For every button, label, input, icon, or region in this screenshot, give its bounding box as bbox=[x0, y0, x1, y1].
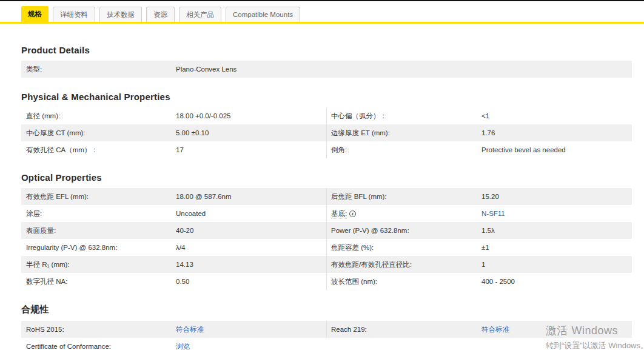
spec-row: Certificate of Conformance:浏览 bbox=[21, 338, 632, 350]
spec-cell-pair: 涂层:Uncoated bbox=[21, 205, 326, 222]
spec-row: RoHS 2015:符合标准Reach 219:符合标准 bbox=[21, 321, 632, 338]
spec-row: 中心厚度 CT (mm):5.00 ±0.10边缘厚度 ET (mm):1.76 bbox=[21, 124, 632, 141]
top-border-line bbox=[0, 0, 644, 1]
spec-row: 半径 R₁ (mm):14.13有效焦距/有效孔径直径比:1 bbox=[21, 256, 632, 273]
spec-label: 基底:i bbox=[327, 209, 481, 218]
spec-label: 边缘厚度 ET (mm): bbox=[327, 129, 481, 138]
spec-cell-pair: 边缘厚度 ET (mm):1.76 bbox=[326, 124, 632, 141]
spec-row: 有效焦距 EFL (mm):18.00 @ 587.6nm后焦距 BFL (mm… bbox=[21, 188, 632, 205]
spec-label-text: 有效焦距/有效孔径直径比: bbox=[331, 261, 412, 268]
spec-label: RoHS 2015: bbox=[21, 326, 176, 333]
spec-label-text: 涂层: bbox=[26, 210, 42, 217]
spec-label: 半径 R₁ (mm): bbox=[21, 260, 176, 269]
spec-cell-pair: 表面质量:40-20 bbox=[21, 222, 326, 239]
spec-content: Product Details类型:Plano-Convex LensPhysi… bbox=[21, 45, 632, 350]
tab-technical-data[interactable]: 技术数据 bbox=[99, 7, 142, 22]
spec-label-text: 焦距容差 (%): bbox=[331, 244, 374, 251]
spec-label: 类型: bbox=[21, 65, 176, 74]
spec-label: 焦距容差 (%): bbox=[327, 243, 481, 252]
spec-value: 1 bbox=[481, 261, 632, 268]
spec-value: 5.00 ±0.10 bbox=[176, 129, 326, 136]
spec-cell-pair: 类型:Plano-Convex Lens bbox=[21, 61, 326, 78]
spec-label-text: 倒角: bbox=[331, 146, 347, 153]
tab-specifications[interactable]: 规格 bbox=[21, 6, 49, 22]
spec-value: 15.20 bbox=[481, 193, 632, 200]
spec-label-text: 直径 (mm): bbox=[26, 112, 60, 119]
spec-label-text: Certificate of Conformance: bbox=[26, 343, 111, 350]
watermark-line1: 激活 Windows bbox=[546, 323, 644, 338]
spec-label-text: 中心偏（弧分）： bbox=[331, 112, 387, 119]
spec-label: Certificate of Conformance: bbox=[21, 343, 176, 350]
spec-cell-pair: 有效焦距/有效孔径直径比:1 bbox=[326, 256, 632, 273]
spec-label: 中心厚度 CT (mm): bbox=[21, 129, 176, 138]
spec-value: <1 bbox=[481, 112, 632, 119]
tab-resources[interactable]: 资源 bbox=[146, 7, 175, 22]
spec-cell-pair: 波长范围 (nm):400 - 2500 bbox=[326, 273, 632, 290]
section-title: 合规性 bbox=[21, 304, 632, 315]
spec-value: 1.5λ bbox=[481, 227, 632, 234]
spec-label-text[interactable]: 基底: bbox=[331, 210, 347, 218]
watermark-line2: 转到“设置”以激活 Windows。 bbox=[546, 340, 644, 350]
spec-table: 直径 (mm):18.00 +0.0/-0.025中心偏（弧分）：<1中心厚度 … bbox=[21, 107, 632, 158]
product-spec-page: 规格详细资料技术数据资源相关产品Compatible Mounts Produc… bbox=[0, 0, 644, 350]
spec-cell-pair: 基底:iN-SF11 bbox=[326, 205, 632, 222]
spec-row: 有效孔径 CA（mm）：17倒角:Protective bevel as nee… bbox=[21, 141, 632, 158]
spec-label: 直径 (mm): bbox=[21, 112, 176, 121]
spec-label: 有效焦距/有效孔径直径比: bbox=[327, 260, 481, 269]
spec-table: 类型:Plano-Convex Lens bbox=[21, 61, 632, 78]
spec-label-text: 类型: bbox=[26, 66, 42, 73]
spec-label-text: Irregularity (P-V) @ 632.8nm: bbox=[26, 244, 117, 251]
spec-cell-pair: 倒角:Protective bevel as needed bbox=[326, 141, 632, 158]
spec-row: 类型:Plano-Convex Lens bbox=[21, 61, 632, 78]
spec-cell-pair: 直径 (mm):18.00 +0.0/-0.025 bbox=[21, 107, 326, 124]
spec-label: 有效孔径 CA（mm）： bbox=[21, 146, 176, 155]
spec-cell-pair: 中心偏（弧分）：<1 bbox=[326, 107, 632, 124]
spec-value: ±1 bbox=[481, 244, 632, 251]
info-icon[interactable]: i bbox=[349, 210, 356, 217]
spec-row: 直径 (mm):18.00 +0.0/-0.025中心偏（弧分）：<1 bbox=[21, 107, 632, 124]
spec-value-link[interactable]: N-SF11 bbox=[481, 210, 505, 217]
spec-value: 浏览 bbox=[176, 342, 326, 350]
spec-cell-pair: 有效孔径 CA（mm）：17 bbox=[21, 141, 326, 158]
section-title: Product Details bbox=[21, 45, 632, 55]
spec-value: 符合标准 bbox=[176, 325, 326, 334]
tab-related-products[interactable]: 相关产品 bbox=[179, 7, 221, 22]
spec-value-link[interactable]: 符合标准 bbox=[481, 326, 509, 333]
spec-value-link[interactable]: 浏览 bbox=[176, 343, 190, 350]
spec-label-text: 波长范围 (nm): bbox=[331, 278, 377, 285]
spec-label-text: 后焦距 BFL (mm): bbox=[331, 193, 387, 200]
spec-value: 18.00 +0.0/-0.025 bbox=[176, 112, 326, 119]
spec-row: 涂层:Uncoated基底:iN-SF11 bbox=[21, 205, 632, 222]
spec-label: 涂层: bbox=[21, 209, 176, 218]
spec-value: 1.76 bbox=[481, 129, 632, 136]
spec-label-text: 表面质量: bbox=[26, 227, 56, 234]
spec-value: 40-20 bbox=[176, 227, 326, 234]
spec-label-text: Power (P-V) @ 632.8nm: bbox=[331, 227, 409, 234]
spec-cell-pair: 后焦距 BFL (mm):15.20 bbox=[326, 188, 632, 205]
tab-compatible-mounts[interactable]: Compatible Mounts bbox=[226, 7, 300, 22]
section-title: Optical Properties bbox=[21, 172, 632, 183]
tab-underline-accent bbox=[0, 22, 644, 24]
spec-label-text: Reach 219: bbox=[331, 326, 367, 333]
spec-cell-pair: Power (P-V) @ 632.8nm:1.5λ bbox=[326, 222, 632, 239]
tab-details[interactable]: 详细资料 bbox=[53, 7, 95, 22]
spec-label-text: 数字孔径 NA: bbox=[26, 278, 67, 285]
spec-value-link[interactable]: 符合标准 bbox=[176, 326, 204, 333]
spec-table: 有效焦距 EFL (mm):18.00 @ 587.6nm后焦距 BFL (mm… bbox=[21, 188, 632, 290]
spec-row: Irregularity (P-V) @ 632.8nm:λ/4焦距容差 (%)… bbox=[21, 239, 632, 256]
section-title: Physical & Mechanical Properties bbox=[21, 92, 632, 102]
spec-cell-pair: 有效焦距 EFL (mm):18.00 @ 587.6nm bbox=[21, 188, 326, 205]
spec-label-text: 半径 R₁ (mm): bbox=[26, 261, 70, 268]
spec-label: 中心偏（弧分）： bbox=[327, 112, 481, 121]
spec-label: 倒角: bbox=[327, 146, 481, 155]
spec-label: 有效焦距 EFL (mm): bbox=[21, 192, 176, 201]
spec-label: 波长范围 (nm): bbox=[327, 277, 481, 286]
spec-table: RoHS 2015:符合标准Reach 219:符合标准Certificate … bbox=[21, 321, 632, 350]
spec-cell-pair: 中心厚度 CT (mm):5.00 ±0.10 bbox=[21, 124, 326, 141]
spec-row: 数字孔径 NA:0.50波长范围 (nm):400 - 2500 bbox=[21, 273, 632, 290]
tab-bar: 规格详细资料技术数据资源相关产品Compatible Mounts bbox=[21, 6, 644, 22]
spec-label: Irregularity (P-V) @ 632.8nm: bbox=[21, 244, 176, 251]
spec-value: Protective bevel as needed bbox=[481, 146, 632, 153]
spec-cell-pair: 焦距容差 (%):±1 bbox=[326, 239, 632, 256]
spec-label: 后焦距 BFL (mm): bbox=[327, 192, 481, 201]
